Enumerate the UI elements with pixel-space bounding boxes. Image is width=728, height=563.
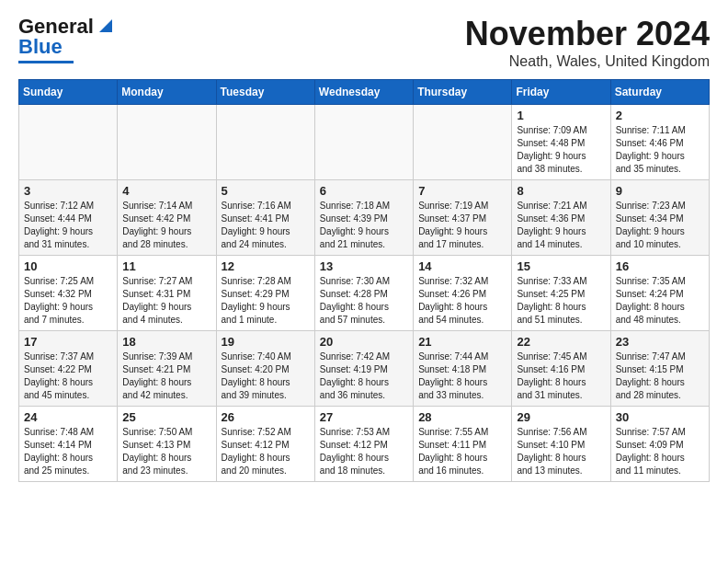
day-number: 15: [517, 259, 605, 273]
calendar-cell: [414, 105, 512, 180]
day-number: 5: [222, 184, 310, 198]
calendar-cell: 14Sunrise: 7:32 AM Sunset: 4:26 PM Dayli…: [414, 256, 512, 331]
day-number: 26: [222, 410, 310, 424]
calendar-cell: 20Sunrise: 7:42 AM Sunset: 4:19 PM Dayli…: [314, 331, 413, 407]
calendar-cell: 26Sunrise: 7:52 AM Sunset: 4:12 PM Dayli…: [216, 407, 314, 482]
day-number: 9: [616, 184, 704, 198]
calendar-cell: 23Sunrise: 7:47 AM Sunset: 4:15 PM Dayli…: [610, 331, 709, 407]
calendar-week-row: 1Sunrise: 7:09 AM Sunset: 4:48 PM Daylig…: [19, 105, 710, 180]
calendar-week-row: 10Sunrise: 7:25 AM Sunset: 4:32 PM Dayli…: [19, 256, 710, 331]
day-info: Sunrise: 7:55 AM Sunset: 4:11 PM Dayligh…: [418, 426, 506, 477]
logo-underline: [18, 61, 74, 63]
day-number: 28: [418, 410, 506, 424]
day-info: Sunrise: 7:32 AM Sunset: 4:26 PM Dayligh…: [418, 275, 506, 327]
calendar-cell: 7Sunrise: 7:19 AM Sunset: 4:37 PM Daylig…: [414, 180, 512, 256]
day-number: 13: [320, 259, 408, 273]
day-info: Sunrise: 7:37 AM Sunset: 4:22 PM Dayligh…: [24, 350, 112, 402]
day-number: 23: [616, 335, 704, 349]
month-title: November 2024: [465, 15, 710, 53]
col-header-friday: Friday: [512, 80, 610, 105]
day-info: Sunrise: 7:50 AM Sunset: 4:13 PM Dayligh…: [122, 426, 210, 477]
calendar-cell: 10Sunrise: 7:25 AM Sunset: 4:32 PM Dayli…: [19, 256, 118, 331]
calendar-week-row: 24Sunrise: 7:48 AM Sunset: 4:14 PM Dayli…: [19, 407, 710, 482]
day-info: Sunrise: 7:42 AM Sunset: 4:19 PM Dayligh…: [320, 350, 408, 402]
logo: General Blue: [18, 15, 116, 63]
logo-icon: [96, 16, 116, 36]
day-info: Sunrise: 7:16 AM Sunset: 4:41 PM Dayligh…: [222, 200, 310, 251]
day-number: 10: [24, 259, 112, 273]
day-number: 18: [122, 335, 210, 349]
day-number: 21: [418, 335, 506, 349]
day-info: Sunrise: 7:53 AM Sunset: 4:12 PM Dayligh…: [320, 426, 408, 477]
day-number: 22: [517, 335, 605, 349]
calendar-cell: 3Sunrise: 7:12 AM Sunset: 4:44 PM Daylig…: [19, 180, 118, 256]
day-info: Sunrise: 7:33 AM Sunset: 4:25 PM Dayligh…: [517, 275, 605, 327]
day-number: 6: [320, 184, 408, 198]
day-number: 12: [222, 259, 310, 273]
calendar-cell: [19, 105, 118, 180]
col-header-tuesday: Tuesday: [216, 80, 314, 105]
calendar-cell: 30Sunrise: 7:57 AM Sunset: 4:09 PM Dayli…: [610, 407, 709, 482]
calendar-cell: 5Sunrise: 7:16 AM Sunset: 4:41 PM Daylig…: [216, 180, 314, 256]
day-info: Sunrise: 7:19 AM Sunset: 4:37 PM Dayligh…: [418, 200, 506, 251]
col-header-monday: Monday: [118, 80, 216, 105]
day-info: Sunrise: 7:14 AM Sunset: 4:42 PM Dayligh…: [122, 200, 210, 251]
day-number: 30: [616, 410, 704, 424]
calendar-table: SundayMondayTuesdayWednesdayThursdayFrid…: [18, 79, 710, 482]
day-number: 7: [418, 184, 506, 198]
day-info: Sunrise: 7:09 AM Sunset: 4:48 PM Dayligh…: [517, 124, 605, 176]
day-number: 8: [517, 184, 605, 198]
day-info: Sunrise: 7:21 AM Sunset: 4:36 PM Dayligh…: [517, 200, 605, 251]
day-info: Sunrise: 7:35 AM Sunset: 4:24 PM Dayligh…: [616, 275, 704, 327]
page-header: General Blue November 2024 Neath, Wales,…: [18, 15, 710, 70]
day-info: Sunrise: 7:45 AM Sunset: 4:16 PM Dayligh…: [517, 350, 605, 402]
day-info: Sunrise: 7:56 AM Sunset: 4:10 PM Dayligh…: [517, 426, 605, 477]
col-header-saturday: Saturday: [610, 80, 709, 105]
calendar-cell: 22Sunrise: 7:45 AM Sunset: 4:16 PM Dayli…: [512, 331, 610, 407]
day-number: 2: [616, 109, 704, 122]
day-info: Sunrise: 7:47 AM Sunset: 4:15 PM Dayligh…: [616, 350, 704, 402]
day-info: Sunrise: 7:28 AM Sunset: 4:29 PM Dayligh…: [222, 275, 310, 327]
calendar-cell: 2Sunrise: 7:11 AM Sunset: 4:46 PM Daylig…: [610, 105, 709, 180]
logo-blue: Blue: [18, 35, 63, 59]
calendar-cell: 11Sunrise: 7:27 AM Sunset: 4:31 PM Dayli…: [118, 256, 216, 331]
calendar-cell: 28Sunrise: 7:55 AM Sunset: 4:11 PM Dayli…: [414, 407, 512, 482]
day-info: Sunrise: 7:39 AM Sunset: 4:21 PM Dayligh…: [122, 350, 210, 402]
day-number: 1: [517, 109, 605, 122]
day-number: 4: [122, 184, 210, 198]
calendar-cell: 8Sunrise: 7:21 AM Sunset: 4:36 PM Daylig…: [512, 180, 610, 256]
day-info: Sunrise: 7:12 AM Sunset: 4:44 PM Dayligh…: [24, 200, 112, 251]
day-info: Sunrise: 7:27 AM Sunset: 4:31 PM Dayligh…: [122, 275, 210, 327]
calendar-week-row: 17Sunrise: 7:37 AM Sunset: 4:22 PM Dayli…: [19, 331, 710, 407]
day-info: Sunrise: 7:30 AM Sunset: 4:28 PM Dayligh…: [320, 275, 408, 327]
calendar-week-row: 3Sunrise: 7:12 AM Sunset: 4:44 PM Daylig…: [19, 180, 710, 256]
calendar-cell: 24Sunrise: 7:48 AM Sunset: 4:14 PM Dayli…: [19, 407, 118, 482]
day-info: Sunrise: 7:23 AM Sunset: 4:34 PM Dayligh…: [616, 200, 704, 251]
day-number: 20: [320, 335, 408, 349]
col-header-wednesday: Wednesday: [314, 80, 413, 105]
calendar-cell: 25Sunrise: 7:50 AM Sunset: 4:13 PM Dayli…: [118, 407, 216, 482]
day-number: 16: [616, 259, 704, 273]
calendar-cell: 18Sunrise: 7:39 AM Sunset: 4:21 PM Dayli…: [118, 331, 216, 407]
day-number: 25: [122, 410, 210, 424]
day-number: 14: [418, 259, 506, 273]
day-number: 19: [222, 335, 310, 349]
day-number: 24: [24, 410, 112, 424]
calendar-cell: 13Sunrise: 7:30 AM Sunset: 4:28 PM Dayli…: [314, 256, 413, 331]
calendar-cell: 6Sunrise: 7:18 AM Sunset: 4:39 PM Daylig…: [314, 180, 413, 256]
day-info: Sunrise: 7:40 AM Sunset: 4:20 PM Dayligh…: [222, 350, 310, 402]
calendar-cell: 9Sunrise: 7:23 AM Sunset: 4:34 PM Daylig…: [610, 180, 709, 256]
calendar-cell: 17Sunrise: 7:37 AM Sunset: 4:22 PM Dayli…: [19, 331, 118, 407]
calendar-cell: [314, 105, 413, 180]
col-header-thursday: Thursday: [414, 80, 512, 105]
day-info: Sunrise: 7:57 AM Sunset: 4:09 PM Dayligh…: [616, 426, 704, 477]
calendar-cell: 12Sunrise: 7:28 AM Sunset: 4:29 PM Dayli…: [216, 256, 314, 331]
title-area: November 2024 Neath, Wales, United Kingd…: [465, 15, 710, 70]
calendar-cell: 15Sunrise: 7:33 AM Sunset: 4:25 PM Dayli…: [512, 256, 610, 331]
calendar-cell: 19Sunrise: 7:40 AM Sunset: 4:20 PM Dayli…: [216, 331, 314, 407]
calendar-cell: [118, 105, 216, 180]
day-info: Sunrise: 7:44 AM Sunset: 4:18 PM Dayligh…: [418, 350, 506, 402]
location-title: Neath, Wales, United Kingdom: [465, 53, 710, 70]
calendar-cell: 27Sunrise: 7:53 AM Sunset: 4:12 PM Dayli…: [314, 407, 413, 482]
calendar-cell: 4Sunrise: 7:14 AM Sunset: 4:42 PM Daylig…: [118, 180, 216, 256]
